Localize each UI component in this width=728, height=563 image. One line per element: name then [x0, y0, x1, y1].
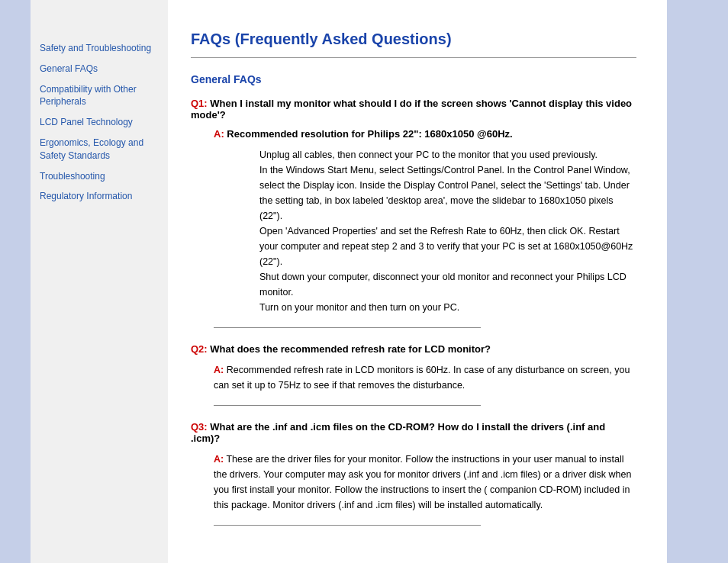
q2-question-text: What does the recommended refresh rate f… [210, 343, 491, 355]
q1-answer-main: A: Recommended resolution for Philips 22… [214, 128, 636, 140]
q3-answer-text: A: These are the driver files for your m… [214, 452, 636, 513]
q1-block: Q1: When I install my monitor what shoul… [191, 98, 636, 328]
q3-question-line: Q3: What are the .inf and .icm files on … [191, 421, 636, 444]
q2-answer-label: A: [214, 365, 224, 375]
sidebar: Safety and Troubleshooting General FAQs … [31, 0, 168, 563]
sidebar-item-general-faqs[interactable]: General FAQs [40, 63, 160, 76]
q1-divider [214, 327, 481, 328]
q3-answer-label: A: [214, 454, 224, 465]
right-accent [667, 0, 728, 563]
main-content: FAQs (Frequently Asked Questions) Genera… [168, 0, 667, 563]
q1-question-line: Q1: When I install my monitor what shoul… [191, 98, 636, 121]
q1-answer-detail: Unplug all cables, then connect your PC … [259, 147, 636, 315]
sidebar-item-ergonomics[interactable]: Ergonomics, Ecology and Safety Standards [40, 137, 160, 162]
q1-answer-main-text: Recommended resolution for Philips 22": … [227, 128, 512, 140]
q1-question-text: When I install my monitor what should I … [191, 98, 632, 121]
q2-block: Q2: What does the recommended refresh ra… [191, 343, 636, 406]
q2-answer-content: Recommended refresh rate in LCD monitors… [214, 365, 630, 391]
q3-label: Q3: [191, 421, 208, 433]
q2-question-line: Q2: What does the recommended refresh ra… [191, 343, 636, 355]
q1-answer-block: A: Recommended resolution for Philips 22… [214, 128, 636, 315]
q3-answer-content: These are the driver files for your moni… [214, 454, 631, 510]
title-divider [191, 57, 636, 58]
q1-label: Q1: [191, 98, 208, 109]
sidebar-item-regulatory[interactable]: Regulatory Information [40, 190, 160, 203]
sidebar-item-compatibility[interactable]: Compatibility with Other Peripherals [40, 83, 160, 109]
q3-divider [214, 525, 481, 526]
section-heading: General FAQs [191, 73, 636, 85]
q2-divider [214, 405, 481, 406]
sidebar-item-safety-troubleshooting[interactable]: Safety and Troubleshooting [40, 42, 160, 55]
left-accent [0, 0, 31, 563]
q3-question-text: What are the .inf and .icm files on the … [191, 421, 605, 444]
page-title: FAQs (Frequently Asked Questions) [191, 31, 636, 48]
q2-label: Q2: [191, 343, 208, 355]
sidebar-item-lcd-panel[interactable]: LCD Panel Technology [40, 116, 160, 129]
q2-answer-text: A: Recommended refresh rate in LCD monit… [214, 362, 636, 393]
sidebar-item-troubleshooting[interactable]: Troubleshooting [40, 170, 160, 183]
q1-answer-label: A: [214, 128, 224, 140]
q3-block: Q3: What are the .inf and .icm files on … [191, 421, 636, 526]
